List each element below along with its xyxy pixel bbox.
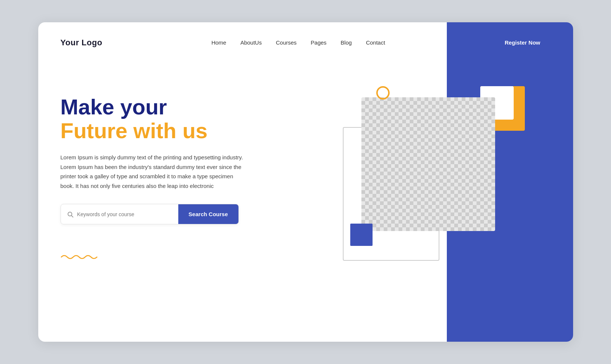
nav-link-aboutus[interactable]: AboutUs	[240, 39, 262, 46]
dot	[526, 226, 527, 227]
nav-item-pages[interactable]: Pages	[311, 39, 327, 46]
dot	[510, 226, 511, 227]
dot	[520, 230, 522, 231]
nav-link-pages[interactable]: Pages	[311, 39, 327, 46]
nav-item-contact[interactable]: Contact	[366, 39, 385, 46]
dot	[500, 218, 501, 220]
dot	[520, 218, 522, 220]
nav-link-blog[interactable]: Blog	[341, 39, 352, 46]
nav-link-contact[interactable]: Contact	[366, 39, 385, 46]
image-placeholder	[361, 97, 495, 231]
nav-link-courses[interactable]: Courses	[276, 39, 297, 46]
page-wrapper: Your Logo Home AboutUs Courses Pages Blo…	[38, 22, 573, 342]
nav-links: Home AboutUs Courses Pages Blog Contact	[211, 39, 385, 46]
hero-left: Make your Future with us Lorem Ipsum is …	[61, 95, 269, 263]
search-button[interactable]: Search Course	[178, 204, 238, 224]
dot	[515, 218, 517, 220]
register-button[interactable]: Register Now	[494, 34, 551, 51]
dot	[505, 218, 506, 220]
dot	[520, 222, 522, 224]
blue-square-decoration	[350, 224, 373, 246]
search-input[interactable]	[77, 205, 172, 223]
nav-item-courses[interactable]: Courses	[276, 39, 297, 46]
dot	[515, 226, 517, 227]
dot	[510, 218, 511, 220]
search-bar: Search Course	[61, 204, 239, 224]
dot	[505, 222, 506, 224]
dot	[526, 230, 527, 231]
navbar: Your Logo Home AboutUs Courses Pages Blo…	[38, 22, 573, 58]
dot	[500, 226, 501, 227]
dot	[505, 230, 506, 231]
logo: Your Logo	[61, 38, 103, 48]
dot	[500, 222, 501, 224]
checker-pattern	[361, 97, 495, 231]
dot	[505, 226, 506, 227]
dot	[526, 218, 527, 220]
dot	[500, 230, 501, 231]
dot	[510, 222, 511, 224]
search-icon	[67, 211, 74, 218]
hero-title-line2: Future with us	[61, 119, 269, 143]
nav-item-home[interactable]: Home	[211, 39, 226, 46]
search-input-wrapper	[61, 205, 178, 223]
nav-item-blog[interactable]: Blog	[341, 39, 352, 46]
dot	[520, 226, 522, 227]
nav-item-aboutus[interactable]: AboutUs	[240, 39, 262, 46]
hero-title-line1: Make your	[61, 95, 269, 119]
orange-circle-decoration	[376, 86, 390, 100]
dot	[526, 222, 527, 224]
dot	[510, 230, 511, 231]
hero-right	[335, 82, 551, 276]
nav-link-home[interactable]: Home	[211, 39, 226, 46]
wave-decoration	[61, 239, 269, 263]
hero-description: Lorem Ipsum is simply dummy text of the …	[61, 153, 246, 191]
dots-pattern-decoration	[500, 218, 529, 231]
dot	[515, 230, 517, 231]
dot	[515, 222, 517, 224]
hero-section: Make your Future with us Lorem Ipsum is …	[38, 58, 573, 296]
svg-line-1	[71, 215, 73, 217]
